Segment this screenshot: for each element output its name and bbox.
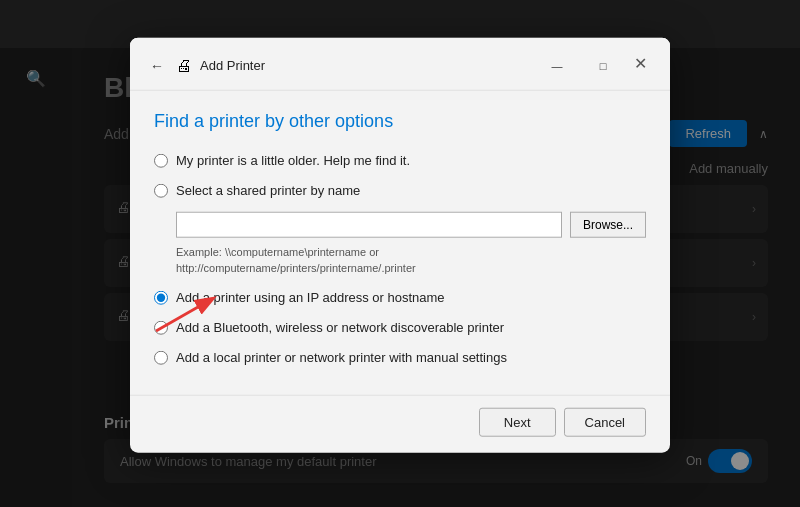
back-button[interactable]: ←	[146, 55, 168, 75]
add-printer-dialog: ← 🖨 Add Printer — □ ✕ Find a printer by …	[130, 37, 670, 453]
dialog-printer-icon: 🖨	[176, 56, 192, 74]
radio-older-label: My printer is a little older. Help me fi…	[176, 151, 410, 169]
dialog-heading: Find a printer by other options	[154, 110, 646, 131]
dialog-titlebar: ← 🖨 Add Printer — □ ✕	[130, 37, 670, 90]
example-text: Example: \\computername\printername orht…	[176, 244, 646, 277]
cancel-button[interactable]: Cancel	[564, 408, 646, 437]
close-button[interactable]: ✕	[626, 49, 654, 77]
browse-button[interactable]: Browse...	[570, 212, 646, 238]
radio-older[interactable]	[154, 153, 168, 167]
radio-shared[interactable]	[154, 183, 168, 197]
dialog-title-text: Add Printer	[200, 58, 265, 73]
radio-shared-label: Select a shared printer by name	[176, 181, 360, 199]
radio-option-shared[interactable]: Select a shared printer by name	[154, 181, 646, 199]
radio-option-local[interactable]: Add a local printer or network printer w…	[154, 349, 646, 367]
radio-option-older[interactable]: My printer is a little older. Help me fi…	[154, 151, 646, 169]
dialog-footer: Next Cancel	[130, 395, 670, 453]
svg-line-1	[156, 299, 212, 331]
shared-printer-input[interactable]	[176, 212, 562, 238]
arrow-pointer	[148, 290, 228, 340]
radio-local-label: Add a local printer or network printer w…	[176, 349, 507, 367]
shared-printer-section: Browse... Example: \\computername\printe…	[176, 212, 646, 277]
maximize-button[interactable]: □	[580, 49, 626, 81]
radio-local[interactable]	[154, 351, 168, 365]
window-controls: — □ ✕	[534, 49, 654, 81]
next-button[interactable]: Next	[479, 408, 556, 437]
dialog-body: Find a printer by other options My print…	[130, 90, 670, 395]
dialog-title-left: ← 🖨 Add Printer	[146, 55, 265, 75]
minimize-button[interactable]: —	[534, 49, 580, 81]
shared-input-row: Browse...	[176, 212, 646, 238]
